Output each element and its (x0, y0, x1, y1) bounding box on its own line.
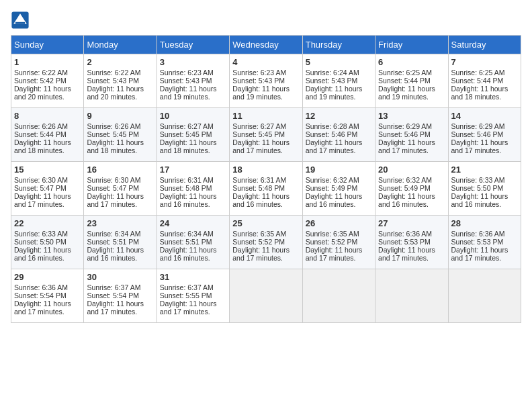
day-number: 11 (232, 111, 299, 121)
calendar-cell: 22Sunrise: 6:33 AMSunset: 5:50 PMDayligh… (11, 216, 84, 269)
day-info: and 17 minutes. (451, 254, 518, 262)
day-info: and 17 minutes. (378, 254, 445, 262)
day-info: and 19 minutes. (232, 93, 299, 101)
day-info: Sunrise: 6:34 AM (87, 230, 153, 238)
calendar-cell: 12Sunrise: 6:28 AMSunset: 5:46 PMDayligh… (302, 108, 375, 162)
day-info: Sunrise: 6:35 AM (232, 230, 299, 238)
calendar-cell (230, 269, 302, 323)
day-info: Sunrise: 6:33 AM (451, 176, 518, 184)
day-info: Sunrise: 6:30 AM (14, 176, 81, 184)
day-number: 15 (14, 165, 81, 175)
day-info: and 17 minutes. (160, 308, 226, 316)
day-number: 7 (451, 57, 518, 67)
day-info: Sunset: 5:44 PM (451, 77, 518, 85)
day-number: 10 (160, 111, 226, 121)
header-cell-monday: Monday (84, 36, 157, 54)
day-info: Daylight: 11 hours (451, 246, 518, 254)
calendar-cell: 28Sunrise: 6:36 AMSunset: 5:53 PMDayligh… (448, 216, 521, 269)
day-info: Sunset: 5:53 PM (378, 238, 445, 246)
calendar-cell: 8Sunrise: 6:26 AMSunset: 5:44 PMDaylight… (11, 108, 84, 162)
day-info: and 16 minutes. (451, 200, 518, 208)
day-info: and 17 minutes. (306, 254, 372, 262)
day-number: 8 (14, 111, 81, 121)
day-info: Sunrise: 6:29 AM (378, 122, 445, 130)
day-info: and 17 minutes. (14, 308, 81, 316)
day-info: Daylight: 11 hours (87, 138, 153, 146)
header-cell-saturday: Saturday (448, 36, 521, 54)
day-number: 14 (451, 111, 518, 121)
day-info: Sunset: 5:48 PM (160, 184, 226, 192)
day-info: Sunrise: 6:36 AM (451, 230, 518, 238)
day-info: Sunset: 5:47 PM (14, 184, 81, 192)
day-info: Sunset: 5:49 PM (378, 184, 445, 192)
calendar-week-4: 22Sunrise: 6:33 AMSunset: 5:50 PMDayligh… (11, 216, 521, 269)
header-cell-friday: Friday (375, 36, 448, 54)
calendar-cell: 9Sunrise: 6:26 AMSunset: 5:45 PMDaylight… (84, 108, 157, 162)
day-info: and 18 minutes. (451, 93, 518, 101)
calendar-cell: 19Sunrise: 6:32 AMSunset: 5:49 PMDayligh… (302, 162, 375, 216)
day-info: and 17 minutes. (451, 146, 518, 154)
day-info: Sunrise: 6:26 AM (87, 122, 153, 130)
day-info: and 18 minutes. (160, 146, 226, 154)
day-number: 20 (378, 165, 445, 175)
calendar-cell: 14Sunrise: 6:29 AMSunset: 5:46 PMDayligh… (448, 108, 521, 162)
day-info: Daylight: 11 hours (160, 300, 226, 308)
day-number: 30 (87, 272, 153, 282)
day-info: Daylight: 11 hours (306, 85, 372, 93)
day-info: and 20 minutes. (14, 93, 81, 101)
day-info: Daylight: 11 hours (14, 192, 81, 200)
day-info: Sunset: 5:44 PM (14, 130, 81, 138)
day-number: 18 (232, 165, 299, 175)
day-info: Daylight: 11 hours (160, 192, 226, 200)
day-info: Daylight: 11 hours (14, 138, 81, 146)
day-info: Sunrise: 6:23 AM (160, 68, 226, 77)
day-info: Sunrise: 6:22 AM (87, 68, 153, 77)
day-info: Daylight: 11 hours (378, 192, 445, 200)
day-number: 4 (232, 57, 299, 67)
day-number: 22 (14, 218, 81, 228)
calendar-table: SundayMondayTuesdayWednesdayThursdayFrid… (11, 35, 521, 323)
calendar-cell: 23Sunrise: 6:34 AMSunset: 5:51 PMDayligh… (84, 216, 157, 269)
day-info: Sunrise: 6:28 AM (306, 122, 372, 130)
day-info: Sunrise: 6:36 AM (378, 230, 445, 238)
day-info: Daylight: 11 hours (87, 300, 153, 308)
day-info: and 17 minutes. (232, 146, 299, 154)
day-number: 19 (306, 165, 372, 175)
day-info: Daylight: 11 hours (378, 85, 445, 93)
day-info: Daylight: 11 hours (14, 85, 81, 93)
day-info: Daylight: 11 hours (87, 192, 153, 200)
day-info: Sunset: 5:50 PM (14, 238, 81, 246)
day-info: and 16 minutes. (160, 200, 226, 208)
calendar-cell: 3Sunrise: 6:23 AMSunset: 5:43 PMDaylight… (157, 54, 229, 108)
day-info: Sunset: 5:52 PM (232, 238, 299, 246)
day-info: Sunset: 5:45 PM (232, 130, 299, 138)
day-info: Daylight: 11 hours (306, 138, 372, 146)
calendar-cell: 6Sunrise: 6:25 AMSunset: 5:44 PMDaylight… (375, 54, 448, 108)
day-info: Sunrise: 6:24 AM (306, 68, 372, 77)
calendar-cell: 2Sunrise: 6:22 AMSunset: 5:43 PMDaylight… (84, 54, 157, 108)
day-info: Sunrise: 6:34 AM (160, 230, 226, 238)
header-cell-wednesday: Wednesday (230, 36, 302, 54)
calendar-cell: 21Sunrise: 6:33 AMSunset: 5:50 PMDayligh… (448, 162, 521, 216)
day-info: Sunrise: 6:32 AM (378, 176, 445, 184)
day-info: and 16 minutes. (378, 200, 445, 208)
header-cell-sunday: Sunday (11, 36, 84, 54)
day-info: Sunrise: 6:26 AM (14, 122, 81, 130)
page-header (11, 11, 521, 30)
day-info: Daylight: 11 hours (306, 192, 372, 200)
day-info: Sunrise: 6:25 AM (451, 68, 518, 77)
day-info: Daylight: 11 hours (451, 85, 518, 93)
calendar-cell: 5Sunrise: 6:24 AMSunset: 5:43 PMDaylight… (302, 54, 375, 108)
calendar-body: 1Sunrise: 6:22 AMSunset: 5:42 PMDaylight… (11, 54, 521, 323)
day-number: 26 (306, 218, 372, 228)
day-info: and 20 minutes. (87, 93, 153, 101)
day-info: Sunrise: 6:22 AM (14, 68, 81, 77)
day-info: and 17 minutes. (378, 146, 445, 154)
day-info: Daylight: 11 hours (451, 138, 518, 146)
day-info: Daylight: 11 hours (378, 246, 445, 254)
calendar-cell: 18Sunrise: 6:31 AMSunset: 5:48 PMDayligh… (230, 162, 302, 216)
calendar-week-3: 15Sunrise: 6:30 AMSunset: 5:47 PMDayligh… (11, 162, 521, 216)
day-info: Sunrise: 6:31 AM (232, 176, 299, 184)
day-info: Daylight: 11 hours (232, 246, 299, 254)
calendar-cell: 29Sunrise: 6:36 AMSunset: 5:54 PMDayligh… (11, 269, 84, 323)
